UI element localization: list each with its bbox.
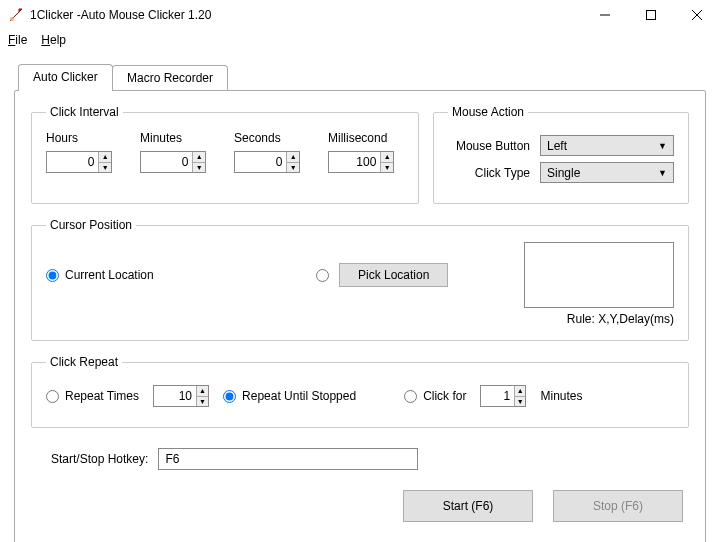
start-button[interactable]: Start (F6) — [403, 490, 533, 522]
pick-location-radio[interactable] — [316, 269, 329, 282]
location-list[interactable] — [524, 242, 674, 308]
tab-auto-clicker[interactable]: Auto Clicker — [18, 64, 113, 91]
repeat-times-input[interactable] — [154, 386, 196, 406]
rule-hint: Rule: X,Y,Delay(ms) — [46, 312, 674, 326]
mouse-action-legend: Mouse Action — [448, 105, 528, 119]
maximize-button[interactable] — [628, 0, 674, 30]
svg-point-0 — [10, 17, 14, 21]
hotkey-input[interactable] — [158, 448, 418, 470]
svg-rect-2 — [647, 11, 656, 20]
click-for-radio[interactable] — [404, 390, 417, 403]
tab-strip: Auto Clicker Macro Recorder — [18, 64, 706, 90]
tab-macro-recorder[interactable]: Macro Recorder — [112, 65, 228, 91]
mouse-button-label: Mouse Button — [448, 139, 540, 153]
click-for-stepper[interactable]: ▲▼ — [480, 385, 526, 407]
ms-stepper[interactable]: ▲▼ — [328, 151, 394, 173]
click-type-select[interactable]: Single ▼ — [540, 162, 674, 183]
minutes-stepper[interactable]: ▲▼ — [140, 151, 206, 173]
menu-help[interactable]: Help — [41, 33, 66, 47]
click-for-input[interactable] — [481, 386, 514, 406]
cursor-position-legend: Cursor Position — [46, 218, 136, 232]
menubar: File Help — [0, 30, 720, 50]
current-location-label: Current Location — [65, 268, 154, 282]
clickfor-up-icon[interactable]: ▲ — [515, 386, 525, 397]
mouse-button-select[interactable]: Left ▼ — [540, 135, 674, 156]
clickfor-down-icon[interactable]: ▼ — [515, 397, 525, 407]
minutes-down-icon[interactable]: ▼ — [193, 163, 205, 173]
cursor-position-group: Cursor Position Current Location Pick Lo… — [31, 218, 689, 341]
minimize-button[interactable] — [582, 0, 628, 30]
seconds-down-icon[interactable]: ▼ — [287, 163, 299, 173]
menu-file[interactable]: File — [8, 33, 27, 47]
chevron-down-icon: ▼ — [658, 168, 667, 178]
click-repeat-legend: Click Repeat — [46, 355, 122, 369]
hours-stepper[interactable]: ▲▼ — [46, 151, 112, 173]
repeat-times-radio[interactable] — [46, 390, 59, 403]
hours-input[interactable] — [47, 152, 98, 172]
close-button[interactable] — [674, 0, 720, 30]
mouse-button-value: Left — [547, 139, 567, 153]
hours-up-icon[interactable]: ▲ — [99, 152, 111, 163]
stop-button[interactable]: Stop (F6) — [553, 490, 683, 522]
minutes-label: Minutes — [140, 131, 182, 145]
repeat-down-icon[interactable]: ▼ — [197, 397, 208, 407]
pick-location-button[interactable]: Pick Location — [339, 263, 448, 287]
hotkey-label: Start/Stop Hotkey: — [51, 452, 148, 466]
click-type-label: Click Type — [448, 166, 540, 180]
click-interval-legend: Click Interval — [46, 105, 123, 119]
repeat-times-label: Repeat Times — [65, 389, 139, 403]
click-for-unit: Minutes — [540, 389, 582, 403]
ms-down-icon[interactable]: ▼ — [381, 163, 393, 173]
click-for-label: Click for — [423, 389, 466, 403]
click-type-value: Single — [547, 166, 580, 180]
titlebar: 1Clicker -Auto Mouse Clicker 1.20 — [0, 0, 720, 30]
minutes-up-icon[interactable]: ▲ — [193, 152, 205, 163]
current-location-radio[interactable] — [46, 269, 59, 282]
ms-input[interactable] — [329, 152, 380, 172]
seconds-stepper[interactable]: ▲▼ — [234, 151, 300, 173]
chevron-down-icon: ▼ — [658, 141, 667, 151]
click-repeat-group: Click Repeat Repeat Times ▲▼ Repeat Unti… — [31, 355, 689, 428]
window-controls — [582, 0, 720, 30]
mouse-action-group: Mouse Action Mouse Button Left ▼ Click T… — [433, 105, 689, 204]
ms-label: Millisecond — [328, 131, 387, 145]
ms-up-icon[interactable]: ▲ — [381, 152, 393, 163]
minutes-input[interactable] — [141, 152, 192, 172]
hours-down-icon[interactable]: ▼ — [99, 163, 111, 173]
hours-label: Hours — [46, 131, 78, 145]
tab-panel-auto-clicker: Click Interval Hours ▲▼ Minutes ▲▼ — [14, 90, 706, 542]
seconds-up-icon[interactable]: ▲ — [287, 152, 299, 163]
seconds-label: Seconds — [234, 131, 281, 145]
repeat-times-stepper[interactable]: ▲▼ — [153, 385, 209, 407]
click-interval-group: Click Interval Hours ▲▼ Minutes ▲▼ — [31, 105, 419, 204]
repeat-until-radio[interactable] — [223, 390, 236, 403]
seconds-input[interactable] — [235, 152, 286, 172]
app-icon — [8, 7, 24, 23]
window-title: 1Clicker -Auto Mouse Clicker 1.20 — [30, 8, 211, 22]
repeat-up-icon[interactable]: ▲ — [197, 386, 208, 397]
repeat-until-label: Repeat Until Stopped — [242, 389, 356, 403]
